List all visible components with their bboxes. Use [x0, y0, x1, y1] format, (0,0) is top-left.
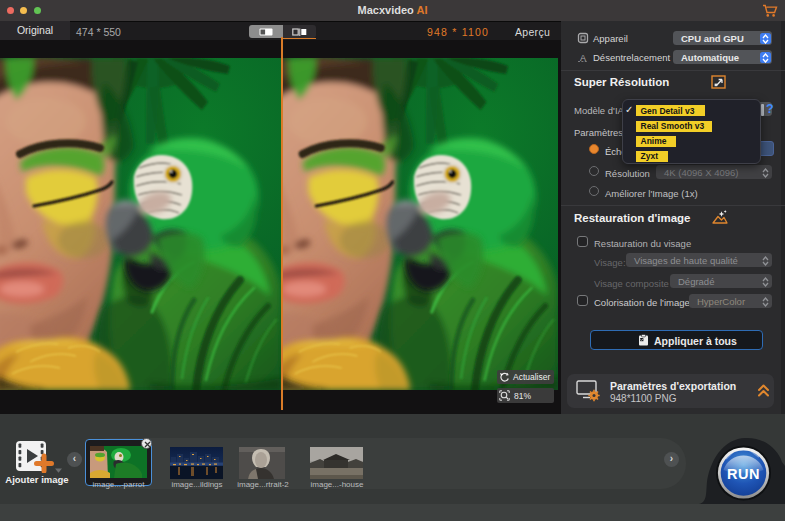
- svg-text:RUN: RUN: [727, 466, 760, 482]
